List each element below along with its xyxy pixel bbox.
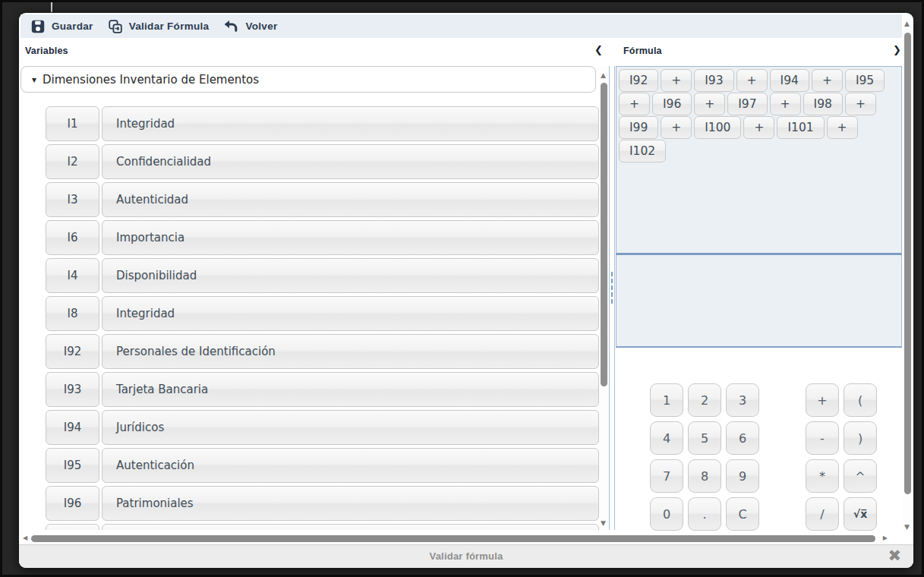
keypad-key-button[interactable]: 6 <box>726 421 759 455</box>
variable-name-button[interactable]: Autenticidad <box>102 182 599 217</box>
variable-row: I6 Importancia <box>46 220 599 255</box>
variable-code-button[interactable] <box>46 524 99 530</box>
horizontal-scrollbar-thumb[interactable] <box>31 535 875 542</box>
variable-code-button[interactable]: I4 <box>46 258 99 293</box>
scroll-left-icon[interactable]: ◀ <box>23 535 27 541</box>
formula-variable-token[interactable]: I101 <box>777 116 824 139</box>
validate-formula-footer-button[interactable]: Validar fórmula <box>19 550 913 562</box>
variable-row: I2 Confidencialidad <box>46 144 599 179</box>
formula-variable-token[interactable]: I98 <box>803 93 843 115</box>
formula-variable-token[interactable]: I92 <box>619 69 658 92</box>
variable-name-button[interactable]: Jurídicos <box>102 410 599 445</box>
keypad-key-button[interactable]: 4 <box>650 421 683 455</box>
keypad-key-button[interactable]: - <box>806 421 839 455</box>
modal-scroll-up-icon[interactable]: ▲ <box>904 20 910 27</box>
formula-operator-token[interactable]: + <box>694 93 725 115</box>
modal-scrollbar[interactable]: ▲ ▼ <box>903 17 913 532</box>
keypad-key-button[interactable]: 1 <box>650 383 683 417</box>
formula-operator-token[interactable]: + <box>619 93 650 115</box>
variable-code-button[interactable]: I94 <box>46 410 99 445</box>
formula-operator-token[interactable]: + <box>736 69 768 92</box>
formula-variable-token[interactable]: I100 <box>694 116 741 139</box>
variable-name-button[interactable] <box>102 524 599 530</box>
sqrt-key-button[interactable]: √x̅ <box>844 497 877 531</box>
variable-code-button[interactable]: I3 <box>46 182 99 217</box>
keypad-key-button[interactable]: 9 <box>726 459 759 493</box>
formula-operator-token[interactable]: + <box>743 116 774 139</box>
formula-variable-token[interactable]: I97 <box>727 93 767 115</box>
variable-name-button[interactable]: Confidencialidad <box>102 144 599 179</box>
back-button[interactable]: Volver <box>224 19 277 33</box>
formula-variable-token[interactable]: I102 <box>619 140 666 162</box>
formula-operator-token[interactable]: + <box>661 116 692 139</box>
variable-code-button[interactable]: I93 <box>46 372 99 407</box>
keypad-key-button[interactable]: 7 <box>650 459 683 493</box>
formula-operator-token[interactable]: + <box>770 93 801 115</box>
formula-operator-token[interactable]: + <box>827 116 858 139</box>
keypad-key-button[interactable]: * <box>806 459 839 493</box>
keypad-key-button[interactable]: + <box>806 383 839 417</box>
variable-name-button[interactable]: Disponibilidad <box>102 258 599 293</box>
keypad-operators: +(-)*^/√x̅ <box>806 383 877 531</box>
scroll-down-icon[interactable]: ▼ <box>601 520 606 527</box>
formula-variable-token[interactable]: I93 <box>694 69 733 92</box>
formula-operator-token[interactable]: + <box>812 69 843 92</box>
variable-row: I92 Personales de Identificación <box>46 334 599 369</box>
keypad-key-button[interactable]: ^ <box>844 459 877 493</box>
undo-icon <box>224 19 238 33</box>
variable-row: I93 Tarjeta Bancaria <box>46 372 599 407</box>
variable-code-button[interactable]: I95 <box>46 448 99 483</box>
modal-footer: Validar fórmula ✖ <box>19 544 913 568</box>
modal-scroll-down-icon[interactable]: ▼ <box>904 524 910 531</box>
splitter-drag-handle-icon[interactable] <box>611 272 613 304</box>
variable-code-button[interactable]: I1 <box>46 106 99 141</box>
formula-variable-token[interactable]: I95 <box>845 69 885 92</box>
variable-name-button[interactable]: Autenticación <box>102 448 599 483</box>
variable-name-button[interactable]: Patrimoniales <box>102 486 599 521</box>
keypad-key-button[interactable]: 0 <box>650 497 683 531</box>
keypad-key-button[interactable]: C <box>726 497 759 531</box>
panel-splitter[interactable] <box>609 66 615 530</box>
variables-scrollbar[interactable]: ▲ ▼ <box>600 66 609 530</box>
formula-operator-token[interactable]: + <box>661 69 692 92</box>
variable-code-button[interactable]: I8 <box>46 296 99 331</box>
variable-name-button[interactable]: Personales de Identificación <box>102 334 599 369</box>
formula-secondary-area[interactable] <box>616 255 902 348</box>
expand-formula-chevron-icon[interactable]: ❯ <box>893 44 901 55</box>
keypad-key-button[interactable]: ( <box>844 383 877 417</box>
variable-row: I1 Integridad <box>46 106 599 141</box>
save-button[interactable]: Guardar <box>31 20 93 33</box>
validate-formula-icon <box>109 20 122 33</box>
modal-scrollbar-thumb[interactable] <box>904 33 911 494</box>
variable-group-header[interactable]: ▾ Dimensiones Inventario de Elementos <box>20 66 596 93</box>
keypad-key-button[interactable]: . <box>688 497 721 531</box>
variable-code-button[interactable]: I92 <box>46 334 99 369</box>
formula-variable-token[interactable]: I94 <box>770 69 809 92</box>
collapse-variables-chevron-icon[interactable]: ❮ <box>594 44 603 55</box>
variable-name-button[interactable]: Integridad <box>102 296 599 331</box>
save-icon <box>31 20 45 33</box>
formula-token-area[interactable]: I92+I93+I94+I95+I96+I97+I98+I99+I100+I10… <box>616 66 902 255</box>
keypad-key-button[interactable]: ) <box>844 421 877 455</box>
keypad-key-button[interactable]: 3 <box>726 383 759 417</box>
horizontal-scrollbar[interactable]: ◀ ▶ <box>20 534 901 544</box>
close-icon[interactable]: ✖ <box>888 547 901 565</box>
scroll-right-icon[interactable]: ▶ <box>883 535 888 541</box>
variable-name-button[interactable]: Tarjeta Bancaria <box>102 372 599 407</box>
validate-formula-button[interactable]: Validar Fórmula <box>109 20 210 33</box>
variables-scrollbar-thumb[interactable] <box>601 83 607 386</box>
variable-code-button[interactable]: I6 <box>46 220 99 255</box>
variable-name-button[interactable]: Integridad <box>102 106 599 141</box>
scroll-up-icon[interactable]: ▲ <box>601 72 606 79</box>
keypad-key-button[interactable]: 8 <box>688 459 721 493</box>
save-button-label: Guardar <box>52 20 93 32</box>
variable-code-button[interactable]: I96 <box>46 486 99 521</box>
formula-variable-token[interactable]: I96 <box>652 93 692 115</box>
keypad-key-button[interactable]: 5 <box>688 421 721 455</box>
formula-operator-token[interactable]: + <box>845 93 876 115</box>
keypad-key-button[interactable]: / <box>806 497 839 531</box>
variable-code-button[interactable]: I2 <box>46 144 99 179</box>
formula-variable-token[interactable]: I99 <box>619 116 658 139</box>
variable-name-button[interactable]: Importancia <box>102 220 599 255</box>
keypad-key-button[interactable]: 2 <box>688 383 721 417</box>
